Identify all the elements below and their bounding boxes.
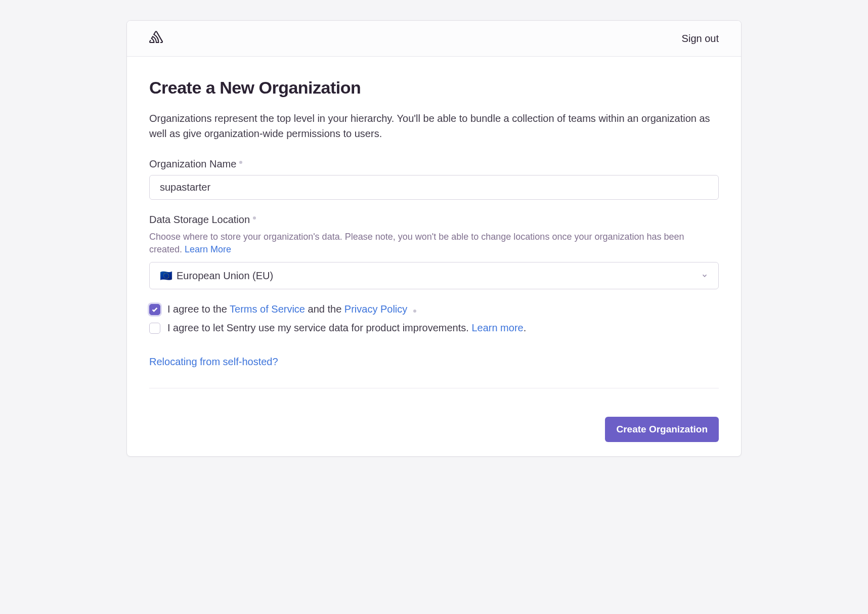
check-icon bbox=[151, 306, 158, 313]
org-name-label: Organization Name bbox=[149, 158, 719, 170]
data-location-selected-label: European Union (EU) bbox=[177, 270, 273, 282]
service-data-checkbox[interactable] bbox=[149, 323, 160, 334]
data-location-label: Data Storage Location bbox=[149, 214, 719, 226]
eu-flag-icon: 🇪🇺 bbox=[160, 270, 172, 282]
service-data-checkbox-row: I agree to let Sentry use my service dat… bbox=[149, 322, 719, 334]
required-indicator-icon bbox=[413, 310, 416, 313]
card-content: Create a New Organization Organizations … bbox=[127, 57, 741, 405]
tos-checkbox[interactable] bbox=[149, 304, 160, 315]
tos-link[interactable]: Terms of Service bbox=[230, 303, 305, 315]
org-name-field-group: Organization Name bbox=[149, 158, 719, 200]
sentry-logo-icon bbox=[149, 31, 164, 46]
privacy-policy-link[interactable]: Privacy Policy bbox=[344, 303, 407, 315]
page-description: Organizations represent the top level in… bbox=[149, 111, 719, 141]
create-organization-button[interactable]: Create Organization bbox=[605, 417, 719, 442]
service-data-label: I agree to let Sentry use my service dat… bbox=[167, 322, 526, 334]
required-indicator-icon bbox=[253, 216, 256, 220]
service-data-learn-more-link[interactable]: Learn more bbox=[471, 322, 523, 333]
tos-checkbox-row: I agree to the Terms of Service and the … bbox=[149, 303, 719, 315]
data-location-field-group: Data Storage Location Choose where to st… bbox=[149, 214, 719, 289]
data-location-learn-more-link[interactable]: Learn More bbox=[185, 244, 231, 254]
organization-form-card: Sign out Create a New Organization Organ… bbox=[126, 20, 742, 457]
relocating-link[interactable]: Relocating from self-hosted? bbox=[149, 356, 278, 368]
chevron-down-icon bbox=[701, 270, 708, 282]
tos-label: I agree to the Terms of Service and the … bbox=[167, 303, 416, 315]
required-indicator-icon bbox=[239, 161, 242, 164]
data-location-select[interactable]: 🇪🇺 European Union (EU) bbox=[149, 262, 719, 289]
data-location-help: Choose where to store your organization'… bbox=[149, 231, 719, 256]
org-name-input[interactable] bbox=[149, 175, 719, 200]
page-title: Create a New Organization bbox=[149, 78, 719, 98]
card-footer: Create Organization bbox=[127, 405, 741, 456]
signout-link[interactable]: Sign out bbox=[682, 33, 719, 45]
card-header: Sign out bbox=[127, 21, 741, 57]
divider bbox=[149, 388, 719, 388]
